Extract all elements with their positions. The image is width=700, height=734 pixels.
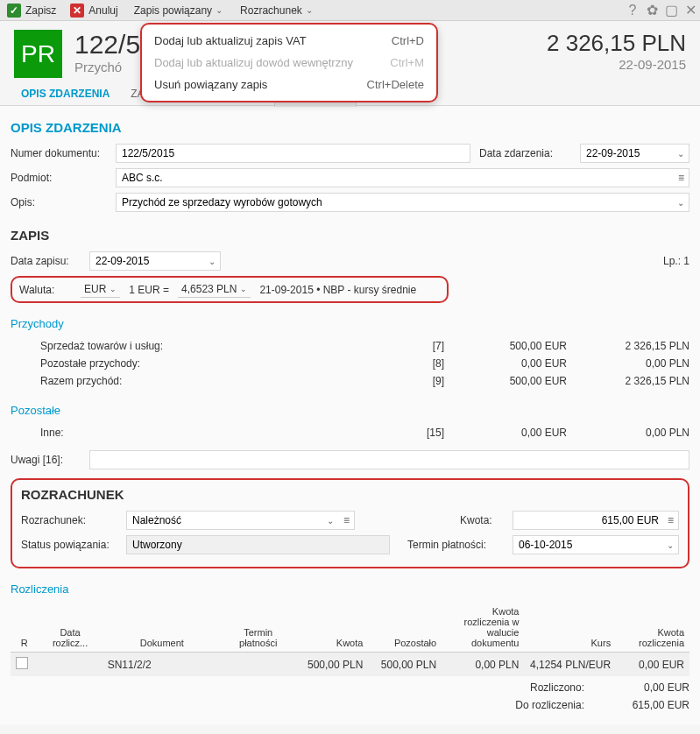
sum-do-rozliczenia-value: 615,00 EUR: [602, 699, 689, 711]
lbl-rozrachunek: Rozrachunek:: [21, 514, 126, 526]
status-input: [126, 535, 390, 554]
th-termin: Termin płatności: [222, 603, 295, 653]
chevron-down-icon[interactable]: ⌄: [209, 257, 216, 266]
subheading-przychody: Przychody: [11, 317, 689, 330]
content: OPIS ZDARZENIA Numer dokumentu: Data zda…: [0, 106, 700, 724]
link-label: Zapis powiązany: [134, 4, 212, 17]
menu-add-update-vat[interactable]: Dodaj lub aktualizuj zapis VAT Ctrl+D: [142, 30, 436, 52]
waluta-box: Waluta: EUR ⌄ 1 EUR = 4,6523 PLN ⌄ 21-09…: [11, 276, 449, 303]
row-pln: 2 326,15 PLN: [567, 340, 689, 352]
section-zapis-title: ZAPIS: [11, 228, 689, 243]
row-eur: 500,00 EUR: [444, 340, 567, 352]
cell-kwd: 0,00 PLN: [442, 653, 524, 677]
cell-kr: 0,00 EUR: [616, 653, 689, 677]
maximize-icon[interactable]: ▢: [661, 2, 681, 18]
tab-opis-zdarzenia[interactable]: OPIS ZDARZENIA: [11, 82, 120, 105]
th-kwd: Kwota rozliczenia w walucie dokumentu: [442, 603, 524, 653]
mi-label: Dodaj lub aktualizuj zapis VAT: [154, 34, 307, 47]
mi-label: Dodaj lub aktualizuj dowód wewnętrzny: [154, 56, 353, 69]
podmiot-input[interactable]: [116, 168, 689, 187]
rozrachunek-input[interactable]: [126, 511, 355, 530]
menu-delete-linked[interactable]: Usuń powiązany zapis Ctrl+Delete: [142, 74, 436, 95]
table-row[interactable]: SN11/2/2 500,00 PLN 500,00 PLN 0,00 PLN …: [11, 653, 689, 677]
sum-rozliczono-value: 0,00 EUR: [602, 681, 689, 694]
opis-input[interactable]: [116, 193, 689, 212]
rate-info: 21-09-2015 • NBP - kursy średnie: [259, 284, 416, 296]
close-icon: ✕: [70, 4, 84, 18]
close-window-icon[interactable]: ✕: [681, 2, 700, 18]
row-pln: 0,00 PLN: [567, 357, 689, 370]
chevron-down-icon[interactable]: ⌄: [327, 516, 334, 526]
lp-value: Lp.: 1: [663, 255, 689, 267]
rozrachunek-box: ROZRACHUNEK Rozrachunek: ⌄ ≡ Kwota: ≡ St…: [11, 478, 689, 568]
cell-dok: SN11/2/2: [103, 653, 222, 677]
row-inne-label: Inne:: [40, 427, 409, 439]
th-poz: Pozostało: [368, 603, 442, 653]
amount-block: 2 326,15 PLN 22-09-2015: [547, 30, 686, 72]
numer-input[interactable]: [116, 144, 470, 163]
mi-shortcut: Ctrl+M: [390, 56, 424, 69]
cell-termin: [222, 653, 295, 677]
th-data: Data rozlicz...: [38, 603, 102, 653]
section-rozrachunek-title: ROZRACHUNEK: [21, 487, 679, 502]
menu-icon[interactable]: ≡: [668, 514, 674, 526]
th-r: R: [11, 603, 38, 653]
cell-poz: 500,00 PLN: [368, 653, 442, 677]
lbl-waluta: Waluta:: [19, 284, 72, 296]
row-code: [15]: [409, 427, 444, 439]
section-opis-title: OPIS ZDARZENIA: [11, 120, 689, 135]
cell-data: [38, 653, 102, 677]
sum-do-rozliczenia-label: Do rozliczenia:: [515, 699, 584, 711]
chevron-down-icon: ⌄: [306, 5, 313, 15]
cancel-button[interactable]: ✕ Anuluj: [63, 0, 124, 21]
gear-icon[interactable]: ✿: [642, 2, 661, 18]
subheading-pozostale: Pozostałe: [11, 404, 689, 417]
kwota-input[interactable]: [513, 511, 679, 530]
help-icon[interactable]: ?: [623, 3, 642, 18]
cell-kwota: 500,00 PLN: [295, 653, 369, 677]
checkbox[interactable]: [16, 657, 28, 669]
amount-value: 2 326,15 PLN: [547, 30, 686, 57]
row-code: [8]: [409, 357, 444, 370]
rozliczenia-table: R Data rozlicz... Dokument Termin płatno…: [11, 603, 689, 676]
lbl-opis: Opis:: [11, 196, 116, 208]
row-code: [9]: [409, 375, 444, 387]
rate-value: 4,6523 PLN: [181, 283, 237, 295]
save-button[interactable]: ✓ Zapisz: [0, 0, 63, 21]
th-kr: Kwota rozliczenia: [616, 603, 689, 653]
rozr-label: Rozrachunek: [240, 4, 302, 17]
subheading-rozliczenia: Rozliczenia: [11, 582, 689, 596]
waluta-select[interactable]: EUR ⌄: [81, 281, 120, 298]
lbl-kwota: Kwota:: [460, 514, 513, 526]
row-eur: 500,00 EUR: [444, 375, 567, 387]
mi-shortcut: Ctrl+D: [392, 34, 424, 47]
row-sprzedaz-label: Sprzedaż towarów i usług:: [40, 340, 409, 352]
toolbar-right: ? ✿ ▢ ✕: [623, 2, 700, 18]
rate-prefix: 1 EUR =: [129, 284, 169, 296]
termin-input[interactable]: [513, 535, 679, 554]
linked-entry-dropdown[interactable]: Zapis powiązany ⌄: [125, 4, 231, 17]
amount-date: 22-09-2015: [547, 57, 686, 72]
chevron-down-icon[interactable]: ⌄: [667, 540, 674, 550]
doc-type-badge: PR: [14, 30, 62, 78]
linked-entry-menu: Dodaj lub aktualizuj zapis VAT Ctrl+D Do…: [140, 23, 438, 102]
row-pln: 2 326,15 PLN: [567, 375, 689, 387]
waluta-value: EUR: [84, 283, 106, 295]
data-zdarzenia-input[interactable]: [580, 144, 689, 163]
lbl-termin: Termin płatności:: [407, 539, 513, 551]
rate-select[interactable]: 4,6523 PLN ⌄: [178, 281, 251, 298]
menu-icon[interactable]: ≡: [678, 172, 684, 184]
rozrachunek-dropdown[interactable]: Rozrachunek ⌄: [231, 4, 322, 17]
uwagi-input[interactable]: [89, 450, 689, 469]
chevron-down-icon[interactable]: ⌄: [677, 198, 684, 208]
chevron-down-icon: ⌄: [240, 285, 247, 293]
cell-kurs: 4,1254 PLN/EUR: [524, 653, 616, 677]
row-pln: 0,00 PLN: [567, 427, 689, 439]
lbl-data-zdarzenia: Data zdarzenia:: [479, 147, 580, 159]
save-label: Zapisz: [25, 4, 56, 17]
doc-title: 122/5: [74, 30, 140, 60]
data-zapisu-input[interactable]: [89, 251, 221, 271]
lbl-data-zapisu: Data zapisu:: [11, 255, 89, 267]
menu-icon[interactable]: ≡: [343, 514, 350, 526]
chevron-down-icon[interactable]: ⌄: [677, 149, 684, 159]
